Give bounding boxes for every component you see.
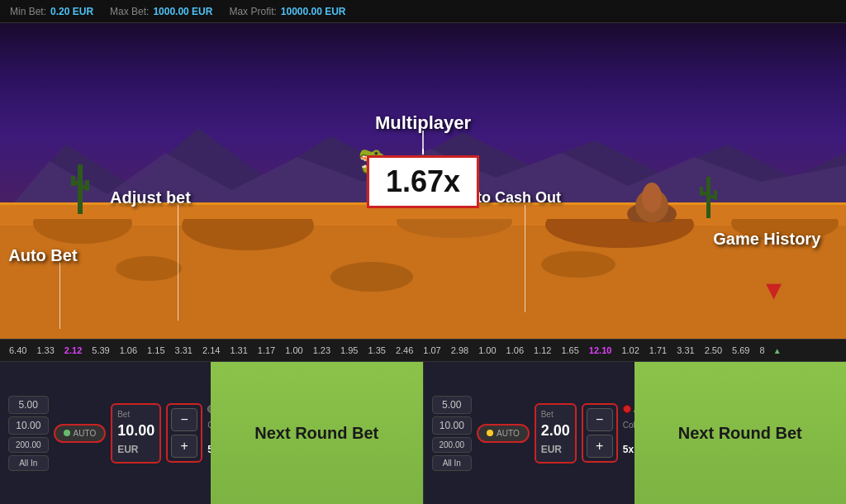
plus-btn-2[interactable]: + xyxy=(587,435,613,458)
bet-label-1: Bet xyxy=(117,410,154,419)
ticker-scroll-up[interactable]: ▲ xyxy=(773,346,782,355)
all-in-btn-2[interactable]: All In xyxy=(432,455,473,471)
auto-label-2: AUTO xyxy=(497,429,520,438)
ticker-item: 1.12 xyxy=(529,345,556,355)
all-in-btn-1[interactable]: All In xyxy=(8,455,49,471)
svg-point-24 xyxy=(642,183,662,212)
svg-rect-16 xyxy=(85,180,89,191)
bet-input-2: Bet 2.00 EUR xyxy=(535,403,577,464)
svg-rect-21 xyxy=(714,190,717,200)
minus-btn-1[interactable]: − xyxy=(171,408,197,431)
ticker-item-highlight: 2.12 xyxy=(59,345,87,355)
auto-button-2[interactable]: AUTO xyxy=(477,424,530,443)
bet-controls-2: − + xyxy=(582,403,618,463)
quick-amounts-1: 5.00 10.00 200.00 All In xyxy=(8,396,49,471)
amount-btn-10[interactable]: 10.00 xyxy=(8,416,49,435)
multiplier-display: 1.67x xyxy=(367,155,479,208)
max-bet-info: Max Bet: 1000.00 EUR xyxy=(110,6,212,17)
ticker-item: 1.71 xyxy=(644,345,672,355)
svg-rect-14 xyxy=(71,176,75,186)
bet-label-2: Bet xyxy=(541,410,570,419)
bet-value-2: 2.00 EUR xyxy=(541,422,570,457)
ticker-item: 1.17 xyxy=(253,345,280,355)
adjust-bet-label: Adjust bet xyxy=(110,188,191,207)
svg-rect-19 xyxy=(700,187,703,196)
max-profit-info: Max Profit: 10000.00 EUR xyxy=(229,6,345,17)
min-bet-value: 0.20 EUR xyxy=(50,6,93,17)
amount-btn-5[interactable]: 5.00 xyxy=(8,396,49,414)
max-bet-label: Max Bet: xyxy=(110,6,149,17)
game-history-arrow-icon: ▼ xyxy=(761,275,787,306)
ticker-item: 1.23 xyxy=(308,345,335,355)
ticker-item: 8 xyxy=(755,345,770,355)
auto-cashout-line xyxy=(525,205,525,312)
ticker-item: 1.00 xyxy=(473,345,501,355)
min-bet-label: Min Bet: xyxy=(10,6,46,17)
ticker-item: 1.06 xyxy=(115,345,142,355)
cactus-right xyxy=(698,177,719,222)
auto-label-1: AUTO xyxy=(74,429,97,438)
amount-btn-200[interactable]: 200.00 xyxy=(8,437,49,453)
ticker-item: 1.07 xyxy=(418,345,445,355)
bet-controls-1: − + xyxy=(166,403,202,463)
cactus-left xyxy=(68,164,93,222)
next-round-bet-btn-2[interactable]: Next Round Bet xyxy=(634,362,847,504)
bet-panel-1: 5.00 10.00 200.00 All In AUTO Bet 10.00 … xyxy=(0,362,211,504)
max-profit-value: 10000.00 EUR xyxy=(281,6,346,17)
ticker-item: 1.00 xyxy=(280,345,307,355)
auto-toggle-2: AUTO xyxy=(477,424,530,443)
auto-button-1[interactable]: AUTO xyxy=(54,424,107,443)
ticker-item-highlight2: 12.10 xyxy=(584,345,617,355)
ticker-item: 1.31 xyxy=(225,345,252,355)
next-round-bet-btn-1[interactable]: Next Round Bet xyxy=(211,362,423,504)
auto-dot-1 xyxy=(64,430,70,436)
multiplier-value: 1.67x xyxy=(386,164,460,198)
ticker-item: 5.39 xyxy=(87,345,114,355)
ticker-item: 2.14 xyxy=(197,345,225,355)
max-bet-value: 1000.00 EUR xyxy=(153,6,212,17)
rock-formation xyxy=(627,181,677,222)
ticker-item: 1.06 xyxy=(501,345,529,355)
minus-btn-2[interactable]: − xyxy=(587,408,613,431)
ticker-item: 1.02 xyxy=(616,345,644,355)
auto-bet-label: Auto Bet xyxy=(8,246,77,265)
bet-input-1: Bet 10.00 EUR xyxy=(111,403,161,464)
svg-rect-12 xyxy=(78,164,83,214)
auto-bet-line xyxy=(59,263,60,329)
ticker-bar: 6.40 1.33 2.12 5.39 1.06 1.15 3.31 2.14 … xyxy=(0,339,846,362)
svg-point-11 xyxy=(541,251,615,278)
min-bet-info: Min Bet: 0.20 EUR xyxy=(10,6,93,17)
collect-auto-dot-2 xyxy=(623,405,631,413)
ticker-item: 6.40 xyxy=(4,345,31,355)
ticker-item: 1.95 xyxy=(335,345,363,355)
ticker-item: 2.46 xyxy=(391,345,418,355)
amount-btn-200-2[interactable]: 200.00 xyxy=(432,437,473,453)
auto-dot-2 xyxy=(487,430,493,436)
ticker-item: 3.31 xyxy=(672,345,699,355)
ticker-item: 2.50 xyxy=(700,345,727,355)
ticker-item: 5.69 xyxy=(727,345,754,355)
adjust-bet-line xyxy=(178,205,178,321)
ticker-item: 1.33 xyxy=(31,345,59,355)
game-history-label: Game History xyxy=(713,230,820,249)
quick-amounts-2: 5.00 10.00 200.00 All In xyxy=(432,396,473,471)
amount-btn-5-2[interactable]: 5.00 xyxy=(432,396,473,414)
top-bar: Min Bet: 0.20 EUR Max Bet: 1000.00 EUR M… xyxy=(0,0,846,23)
max-profit-label: Max Profit: xyxy=(229,6,276,17)
svg-point-10 xyxy=(330,262,413,292)
ticker-item: 1.15 xyxy=(142,345,169,355)
ticker-item: 1.35 xyxy=(363,345,390,355)
amount-btn-10-2[interactable]: 10.00 xyxy=(432,416,473,435)
ticker-item: 1.65 xyxy=(556,345,583,355)
bet-panel-2: 5.00 10.00 200.00 All In AUTO Bet 2.00 E… xyxy=(424,362,634,504)
svg-rect-17 xyxy=(706,177,711,218)
auto-toggle-1: AUTO xyxy=(54,424,107,443)
plus-btn-1[interactable]: + xyxy=(171,435,197,458)
game-area: 🦖 Multiplayer 1.67x Adjust bet Auto Bet … xyxy=(0,23,846,339)
ticker-item: 2.98 xyxy=(446,345,473,355)
svg-point-9 xyxy=(116,256,182,281)
ticker-item: 3.31 xyxy=(170,345,197,355)
bet-value-1: 10.00 EUR xyxy=(117,422,154,457)
collect-value-2: 5x xyxy=(623,444,634,455)
bottom-controls: 5.00 10.00 200.00 All In AUTO Bet 10.00 … xyxy=(0,362,846,504)
